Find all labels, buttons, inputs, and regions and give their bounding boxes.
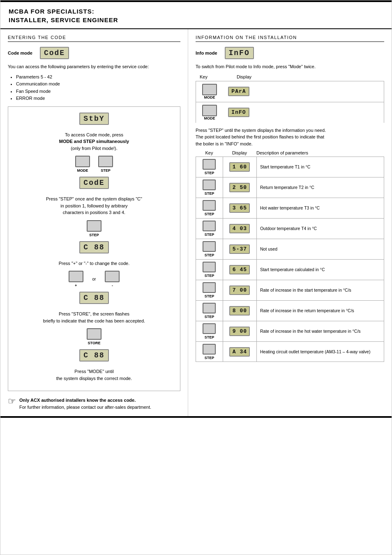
row-key-3: STEP — [196, 219, 223, 239]
para-row-1: MODE PArA — [196, 81, 384, 102]
note-text: Only ACX authorised installers know the … — [19, 397, 151, 410]
body-text: You can access the following parameters … — [8, 63, 180, 70]
row-key-6: STEP — [196, 280, 223, 300]
note-row: ☞ Only ACX authorised installers know th… — [8, 397, 180, 410]
row-display-4: 5-37 — [223, 239, 257, 259]
step-label-row-1: STEP — [205, 191, 214, 196]
step-button[interactable] — [98, 156, 113, 167]
row-key-4: STEP — [196, 239, 223, 259]
row-key-7: STEP — [196, 301, 223, 321]
instruction-4: Press "STORE", the screen flashes briefl… — [14, 311, 174, 324]
row-display-9: A 34 — [223, 342, 257, 362]
table-row: STEP 6 45 Start temperature calculated i… — [196, 259, 384, 280]
step-label-row-8: STEP — [205, 335, 214, 339]
mode-btn-label-1: MODE — [204, 95, 215, 99]
bullet-4: ERROR mode — [16, 95, 180, 102]
step-button-box-2: STEP — [87, 220, 101, 237]
step-button-row-2[interactable] — [203, 200, 216, 211]
para-row-2: MODE InFO — [196, 102, 384, 123]
bullet-2: Communication mode — [16, 81, 180, 88]
col-header-key: Key — [196, 150, 223, 155]
step-button-row-8[interactable] — [203, 323, 216, 334]
step-label-row-6: STEP — [205, 294, 214, 298]
table-row: STEP 5-37 Not used — [196, 239, 384, 259]
row-seg-7: 8 00 — [229, 306, 250, 315]
step-button-box: STEP — [98, 156, 113, 173]
store-button[interactable] — [87, 328, 101, 340]
mode-button-box: MODE — [75, 156, 90, 173]
row-key-0: STEP — [196, 157, 223, 177]
row-display-1: 2 50 — [223, 177, 257, 198]
minus-button-box: - — [105, 271, 120, 288]
row-seg-0: 1 60 — [229, 162, 250, 172]
table-row: STEP 7 00 Rate of increase in the start … — [196, 280, 384, 300]
table-row: STEP 8 00 Rate of increase in the return… — [196, 300, 384, 321]
row-display-2: 3 65 — [223, 198, 257, 218]
code-mode-label: Code mode — [8, 51, 32, 55]
step-button-row-3[interactable] — [203, 221, 216, 231]
step-button-row-4[interactable] — [203, 241, 216, 252]
mode-btn-label-2: MODE — [204, 116, 215, 120]
row-desc-7: Rate of increase in the return temperatu… — [257, 301, 384, 321]
row-display-0: 1 60 — [223, 157, 257, 177]
step-button-row-5[interactable] — [203, 262, 216, 272]
step-button-row-9[interactable] — [203, 344, 216, 355]
bullet-1: Parameters 5 - 42 — [16, 74, 180, 81]
step-button-row-7[interactable] — [203, 303, 216, 313]
row-desc-3: Outdoor temperature T4 in °C — [257, 219, 384, 239]
step-button-2[interactable] — [87, 220, 101, 232]
mode-btn-1: MODE — [199, 84, 220, 99]
col-header-desc: Description of parameters — [256, 150, 384, 155]
minus-button[interactable] — [105, 271, 120, 282]
info-install-title: INFORMATION ON THE INSTALLATION — [196, 35, 384, 42]
row-desc-2: Hot water temperature T3 in °C — [257, 198, 384, 218]
page-title: MCBA FOR SPECIALISTS: INSTALLER, SERVICE… — [9, 7, 383, 24]
step-label-row-0: STEP — [205, 171, 214, 175]
plus-minus-row: + or - — [14, 271, 174, 288]
table-rows: STEP 1 60 Start temperature T1 in °C STE… — [196, 157, 384, 362]
row-key-5: STEP — [196, 260, 223, 280]
step-label-row-4: STEP — [205, 253, 214, 257]
code-display-2: CodE — [79, 177, 108, 189]
table-row: STEP 1 60 Start temperature T1 in °C — [196, 157, 384, 177]
page: MCBA FOR SPECIALISTS: INSTALLER, SERVICE… — [0, 0, 392, 555]
left-column: ENTERING THE CODE Code mode CodE You can… — [0, 29, 188, 416]
plus-label: + — [75, 283, 77, 288]
info-mode-row: Info mode InFO — [196, 47, 384, 59]
mode-button[interactable] — [75, 156, 90, 167]
row-key-1: STEP — [196, 177, 223, 198]
row-desc-1: Return temperature T2 in °C — [257, 177, 384, 198]
mode-button-info[interactable] — [202, 105, 217, 116]
code-display: CodE — [40, 47, 69, 59]
step-button-row-0[interactable] — [203, 159, 216, 170]
row-seg-6: 7 00 — [229, 286, 250, 295]
row-display-8: 9 00 — [223, 321, 257, 341]
step-text: Press "STEP" until the system displays t… — [196, 127, 384, 147]
step-label-row-2: STEP — [205, 212, 214, 216]
step-button-row-6[interactable] — [203, 282, 216, 293]
row-seg-1: 2 50 — [229, 183, 250, 192]
table-row: STEP 2 50 Return temperature T2 in °C — [196, 177, 384, 198]
plus-button[interactable] — [69, 271, 83, 282]
step-label-row-7: STEP — [205, 315, 214, 319]
main-content: ENTERING THE CODE Code mode CodE You can… — [0, 29, 392, 416]
step-label: STEP — [101, 168, 111, 173]
step-label-row-3: STEP — [205, 233, 214, 237]
row-key-2: STEP — [196, 198, 223, 218]
step-button-row-1[interactable] — [203, 180, 216, 190]
instruction-5: Press "MODE" until the system displays t… — [14, 368, 174, 382]
mode-button-para[interactable] — [202, 84, 217, 95]
instruction-box: StbY To access Code mode, press MODE and… — [8, 106, 180, 391]
para-info-table: Key Display MODE PArA MODE — [196, 74, 384, 123]
stby-display: StbY — [79, 113, 108, 125]
step-label-2: STEP — [89, 233, 99, 237]
mode-btn-2: MODE — [199, 105, 220, 120]
switch-text: To switch from Pilot mode to Info mode, … — [196, 63, 384, 70]
c88-display-3: C 88 — [79, 349, 108, 362]
row-key-9: STEP — [196, 342, 223, 362]
store-button-box: STORE — [87, 328, 101, 345]
row-desc-9: Heating circuit outlet temperature (AM3-… — [257, 342, 384, 362]
step-label-row-5: STEP — [205, 274, 214, 278]
minus-label: - — [112, 283, 113, 288]
bullet-3: Fan Speed mode — [16, 88, 180, 95]
